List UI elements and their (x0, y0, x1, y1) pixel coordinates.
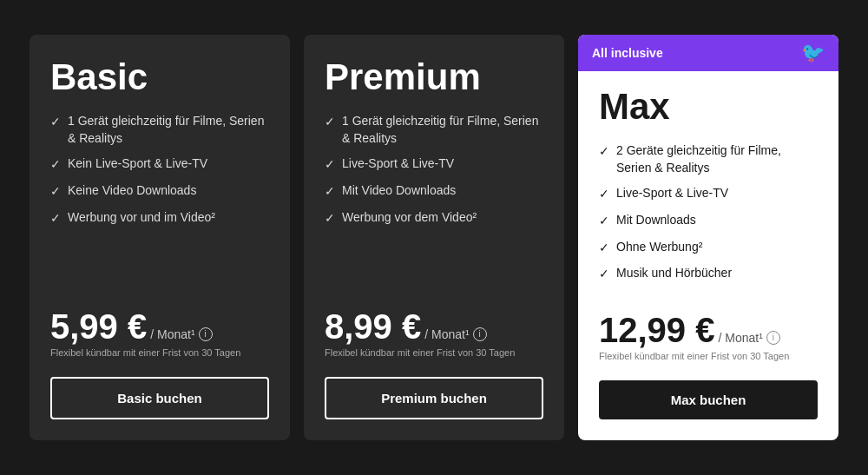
price-amount: 5,99 € (50, 309, 147, 344)
price-section-basic: 5,99 € / Monat¹ i Flexibel kündbar mit e… (50, 309, 269, 372)
price-subtitle: Flexibel kündbar mit einer Frist von 30 … (50, 347, 269, 358)
feature-text: 1 Gerät gleichzeitig für Filme, Serien &… (342, 113, 543, 147)
feature-item: ✓ Mit Video Downloads (325, 182, 543, 201)
price-amount: 8,99 € (325, 309, 421, 344)
feature-item: ✓ Kein Live-Sport & Live-TV (50, 155, 269, 174)
feature-item: ✓ Live-Sport & Live-TV (325, 155, 543, 174)
price-amount: 12,99 € (599, 313, 714, 347)
check-icon: ✓ (50, 156, 61, 174)
feature-item: ✓ 1 Gerät gleichzeitig für Filme, Serien… (50, 113, 269, 147)
check-icon: ✓ (50, 183, 61, 201)
features-list-max: ✓ 2 Geräte gleichzeitig für Filme, Serie… (599, 142, 818, 292)
book-button-premium[interactable]: Premium buchen (325, 377, 543, 419)
price-section-max: 12,99 € / Monat¹ i Flexibel kündbar mit … (599, 313, 818, 375)
check-icon: ✓ (599, 266, 609, 283)
plan-title-basic: Basic (50, 59, 269, 96)
check-icon: ✓ (599, 240, 609, 257)
plan-title-premium: Premium (325, 59, 543, 96)
feature-item: ✓ Werbung vor und im Video² (50, 209, 269, 228)
features-list-basic: ✓ 1 Gerät gleichzeitig für Filme, Serien… (50, 113, 269, 288)
info-icon[interactable]: i (473, 327, 487, 341)
plan-card-basic: Basic ✓ 1 Gerät gleichzeitig für Filme, … (30, 35, 290, 440)
feature-text: Werbung vor dem Video² (342, 209, 477, 227)
price-unit: / Monat¹ i (150, 327, 212, 341)
feature-text: 1 Gerät gleichzeitig für Filme, Serien &… (68, 113, 269, 147)
feature-text: Live-Sport & Live-TV (616, 185, 728, 202)
check-icon: ✓ (50, 210, 61, 228)
feature-item: ✓ 1 Gerät gleichzeitig für Filme, Serien… (325, 113, 543, 147)
feature-item: ✓ Werbung vor dem Video² (325, 209, 543, 228)
check-icon: ✓ (599, 143, 609, 161)
feature-text: Keine Video Downloads (68, 182, 196, 200)
book-button-basic[interactable]: Basic buchen (50, 377, 269, 419)
price-section-premium: 8,99 € / Monat¹ i Flexibel kündbar mit e… (325, 309, 543, 372)
feature-text: Kein Live-Sport & Live-TV (68, 155, 207, 173)
feature-item: ✓ Keine Video Downloads (50, 182, 269, 201)
price-subtitle: Flexibel kündbar mit einer Frist von 30 … (325, 347, 543, 358)
plan-card-premium: Premium ✓ 1 Gerät gleichzeitig für Filme… (304, 35, 564, 440)
price-unit: / Monat¹ i (718, 331, 779, 345)
feature-item: ✓ Live-Sport & Live-TV (599, 185, 818, 203)
feature-text: Ohne Werbung² (616, 239, 702, 256)
price-row: 12,99 € / Monat¹ i (599, 313, 818, 347)
check-icon: ✓ (325, 210, 335, 228)
feature-text: 2 Geräte gleichzeitig für Filme, Serien … (616, 142, 818, 176)
check-icon: ✓ (599, 186, 609, 203)
feature-item: ✓ Ohne Werbung² (599, 239, 818, 257)
feature-text: Mit Video Downloads (342, 182, 456, 200)
price-unit: / Monat¹ i (424, 327, 486, 341)
features-list-premium: ✓ 1 Gerät gleichzeitig für Filme, Serien… (325, 113, 543, 288)
check-icon: ✓ (599, 213, 609, 230)
check-icon: ✓ (50, 114, 61, 131)
badge-icon: 🐦 (801, 42, 825, 64)
feature-item: ✓ Musik und Hörbücher (599, 265, 818, 283)
check-icon: ✓ (325, 114, 335, 131)
info-icon[interactable]: i (766, 331, 780, 345)
check-icon: ✓ (325, 183, 335, 201)
check-icon: ✓ (325, 156, 335, 174)
book-button-max[interactable]: Max buchen (599, 380, 818, 419)
plan-card-max: All inclusive 🐦 Max ✓ 2 Geräte gleichzei… (578, 35, 838, 440)
price-row: 8,99 € / Monat¹ i (325, 309, 543, 344)
badge-label: All inclusive (592, 46, 663, 60)
feature-text: Werbung vor und im Video² (68, 209, 215, 227)
price-subtitle: Flexibel kündbar mit einer Frist von 30 … (599, 351, 818, 361)
feature-text: Mit Downloads (616, 212, 696, 229)
plan-badge-max: All inclusive 🐦 (578, 35, 838, 71)
feature-item: ✓ 2 Geräte gleichzeitig für Filme, Serie… (599, 142, 818, 176)
plan-title-max: Max (599, 89, 818, 125)
feature-text: Live-Sport & Live-TV (342, 155, 454, 173)
plans-container: Basic ✓ 1 Gerät gleichzeitig für Filme, … (0, 17, 868, 458)
feature-item: ✓ Mit Downloads (599, 212, 818, 230)
price-row: 5,99 € / Monat¹ i (50, 309, 269, 344)
info-icon[interactable]: i (199, 327, 213, 341)
feature-text: Musik und Hörbücher (616, 265, 732, 282)
